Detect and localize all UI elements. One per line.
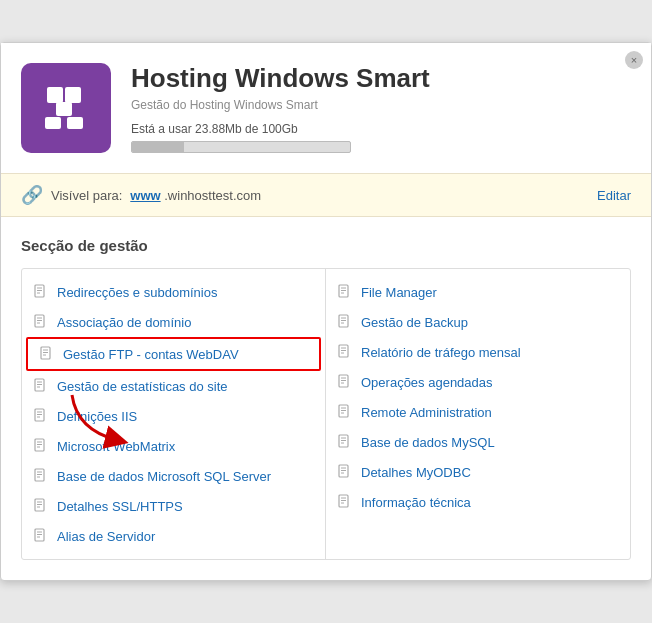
chain-icon: 🔗 (21, 184, 43, 206)
menu-item-label: Base de dados Microsoft SQL Server (57, 469, 271, 484)
svg-rect-0 (47, 87, 63, 103)
left-menu-item-4[interactable]: Definições IIS (22, 401, 325, 431)
menu-file-icon (338, 464, 354, 480)
close-button[interactable]: × (625, 51, 643, 69)
app-icon-svg (39, 81, 94, 136)
menu-file-icon (40, 346, 56, 362)
menu-file-icon (34, 438, 50, 454)
menu-file-icon (34, 468, 50, 484)
menu-item-label: File Manager (361, 285, 437, 300)
menu-item-label: Gestão de estatísticas do site (57, 379, 228, 394)
left-menu-item-0[interactable]: Redirecções e subdomínios (22, 277, 325, 307)
menu-item-label: Redirecções e subdomínios (57, 285, 217, 300)
right-menu-item-1[interactable]: Gestão de Backup (326, 307, 630, 337)
menu-item-label: Microsoft WebMatrix (57, 439, 175, 454)
menu-col-left: Redirecções e subdomínios Associação de … (22, 269, 326, 559)
visible-label: Visível para: (51, 188, 122, 203)
left-menu-item-2[interactable]: Gestão FTP - contas WebDAV (26, 337, 321, 371)
menu-item-label: Informação técnica (361, 495, 471, 510)
domain-text: www .winhosttest.com (130, 188, 261, 203)
left-menu-item-6[interactable]: Base de dados Microsoft SQL Server (22, 461, 325, 491)
left-menu-item-5[interactable]: Microsoft WebMatrix (22, 431, 325, 461)
close-icon: × (631, 54, 637, 66)
right-menu-item-7[interactable]: Informação técnica (326, 487, 630, 517)
edit-link[interactable]: Editar (597, 188, 631, 203)
menu-file-icon (338, 344, 354, 360)
menu-file-icon (34, 314, 50, 330)
right-menu-item-6[interactable]: Detalhes MyODBC (326, 457, 630, 487)
storage-progress-fill (132, 142, 184, 152)
svg-rect-2 (56, 102, 72, 116)
menu-item-label: Gestão FTP - contas WebDAV (63, 347, 239, 362)
menu-item-label: Relatório de tráfego mensal (361, 345, 521, 360)
section: Secção de gestão Redirecções e subdomíni… (1, 217, 651, 580)
left-menu-item-3[interactable]: Gestão de estatísticas do site (22, 371, 325, 401)
right-menu-item-5[interactable]: Base de dados MySQL (326, 427, 630, 457)
menu-file-icon (338, 494, 354, 510)
menu-item-label: Gestão de Backup (361, 315, 468, 330)
right-menu-item-0[interactable]: File Manager (326, 277, 630, 307)
header: Hosting Windows Smart Gestão do Hosting … (1, 43, 651, 173)
menu-file-icon (34, 498, 50, 514)
right-menu-item-2[interactable]: Relatório de tráfego mensal (326, 337, 630, 367)
menu-file-icon (338, 434, 354, 450)
left-menu-item-7[interactable]: Detalhes SSL/HTTPS (22, 491, 325, 521)
domain-rest: .winhosttest.com (161, 188, 261, 203)
menu-file-icon (338, 284, 354, 300)
header-info: Hosting Windows Smart Gestão do Hosting … (131, 63, 430, 153)
app-icon (21, 63, 111, 153)
menu-item-label: Detalhes SSL/HTTPS (57, 499, 183, 514)
menu-file-icon (34, 528, 50, 544)
menu-item-label: Remote Administration (361, 405, 492, 420)
visible-bar: 🔗 Visível para: www .winhosttest.com Edi… (1, 173, 651, 217)
app-subtitle: Gestão do Hosting Windows Smart (131, 98, 430, 112)
menu-grid: Redirecções e subdomínios Associação de … (21, 268, 631, 560)
menu-col-right: File Manager Gestão de Backup Relatório … (326, 269, 630, 559)
menu-item-label: Operações agendadas (361, 375, 493, 390)
menu-file-icon (338, 314, 354, 330)
app-title: Hosting Windows Smart (131, 63, 430, 94)
menu-file-icon (338, 404, 354, 420)
right-menu-item-3[interactable]: Operações agendadas (326, 367, 630, 397)
menu-file-icon (34, 284, 50, 300)
domain-www: www (130, 188, 160, 203)
left-menu-item-1[interactable]: Associação de domínio (22, 307, 325, 337)
storage-label: Está a usar 23.88Mb de 100Gb (131, 122, 430, 136)
menu-item-label: Base de dados MySQL (361, 435, 495, 450)
menu-file-icon (338, 374, 354, 390)
svg-rect-1 (65, 87, 81, 103)
section-title: Secção de gestão (21, 237, 631, 254)
main-window: × Hosting Windows Smart Gestão do Hostin… (0, 42, 652, 581)
svg-rect-3 (45, 117, 61, 129)
storage-progress-bar (131, 141, 351, 153)
menu-file-icon (34, 378, 50, 394)
left-menu-item-8[interactable]: Alias de Servidor (22, 521, 325, 551)
menu-item-label: Detalhes MyODBC (361, 465, 471, 480)
svg-rect-4 (67, 117, 83, 129)
menu-item-label: Associação de domínio (57, 315, 191, 330)
right-menu-item-4[interactable]: Remote Administration (326, 397, 630, 427)
menu-item-label: Definições IIS (57, 409, 137, 424)
menu-item-label: Alias de Servidor (57, 529, 155, 544)
menu-file-icon (34, 408, 50, 424)
